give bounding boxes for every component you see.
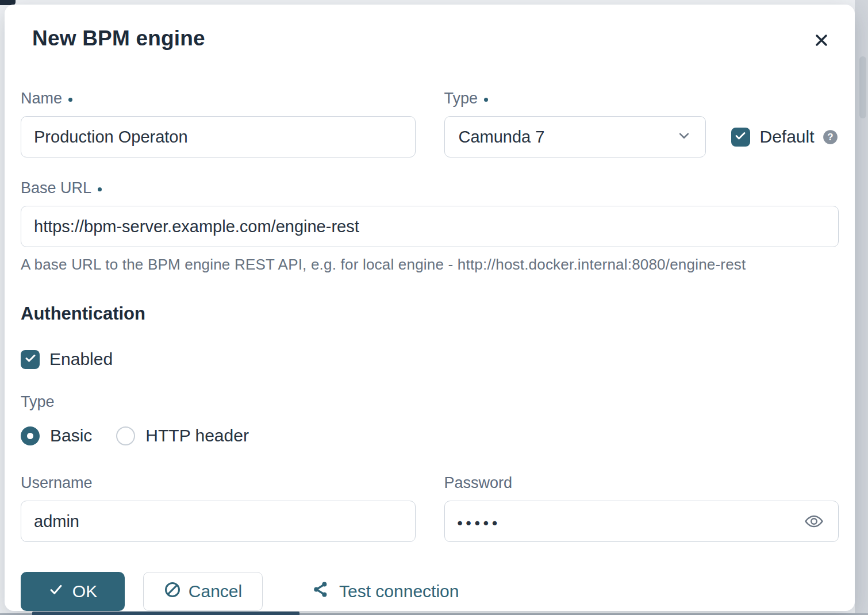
required-dot-icon [484,98,488,102]
test-connection-label: Test connection [339,582,459,601]
type-field-group: Type Camunda 7 [444,90,839,157]
required-dot-icon [68,98,72,102]
dialog-header: New BPM engine [21,26,839,52]
authentication-heading: Authentication [21,303,839,324]
username-label: Username [21,474,416,492]
close-icon [812,43,831,51]
radio-selected-icon[interactable] [21,426,40,445]
eye-icon [802,524,826,533]
auth-enabled-label: Enabled [49,349,113,369]
svg-text:?: ? [827,132,833,143]
dialog-title: New BPM engine [32,26,205,51]
radio-dot [27,433,33,439]
default-checkbox[interactable] [731,128,750,147]
base-url-label: Base URL [21,179,839,197]
auth-enabled-checkbox[interactable] [21,350,40,369]
password-field-group: Password [444,474,839,542]
username-input[interactable] [21,501,416,542]
help-icon[interactable]: ? [823,129,838,145]
credentials-row: Username Password [21,474,839,542]
engine-type-select[interactable]: Camunda 7 [444,116,706,157]
type-label: Type [444,90,839,107]
required-dot-icon [98,187,102,191]
auth-type-radio-group: Basic HTTP header [21,426,839,445]
password-input[interactable] [444,501,839,542]
cancel-button[interactable]: Cancel [143,572,263,611]
base-url-helper-text: A base URL to the BPM engine REST API, e… [21,256,839,274]
type-controls-row: Camunda 7 Default [444,116,839,157]
name-field-group: Name [21,90,416,157]
password-label: Password [444,474,839,492]
radio-option-basic[interactable]: Basic [21,426,92,445]
ban-icon [164,581,181,602]
name-label: Name [21,90,416,107]
chevron-down-icon [675,127,693,147]
base-url-field-group: Base URL A base URL to the BPM engine RE… [21,179,839,274]
toggle-password-visibility-button[interactable] [798,508,829,535]
background-content-fragment [32,612,299,615]
radio-unselected-icon[interactable] [116,426,135,445]
dialog-actions: OK Cancel [21,572,839,611]
username-field-group: Username [21,474,416,542]
background-scrollbar-thumb[interactable] [859,56,866,118]
radio-option-http-header[interactable]: HTTP header [116,426,249,445]
new-bpm-engine-dialog: New BPM engine Name Type [5,5,855,611]
password-input-wrap [444,501,839,542]
cancel-button-label: Cancel [189,582,242,601]
base-url-input[interactable] [21,206,839,247]
default-checkbox-group[interactable]: Default ? [731,127,838,147]
default-label: Default [760,127,815,147]
name-input[interactable] [21,116,416,157]
auth-enabled-group[interactable]: Enabled [21,349,839,369]
close-button[interactable] [810,29,833,52]
checkmark-icon [24,351,37,367]
name-type-row: Name Type Camunda 7 [21,90,839,157]
radio-http-header-label: HTTP header [145,426,249,445]
ok-button-label: OK [72,582,97,601]
checkmark-icon [48,582,64,601]
engine-type-selected-value: Camunda 7 [459,128,545,147]
engine-form: Name Type Camunda 7 [21,90,839,611]
share-icon [312,581,329,602]
checkmark-icon [733,129,747,145]
radio-basic-label: Basic [50,426,92,445]
auth-type-label: Type [21,393,839,411]
ok-button[interactable]: OK [21,572,125,611]
test-connection-button[interactable]: Test connection [312,581,459,602]
